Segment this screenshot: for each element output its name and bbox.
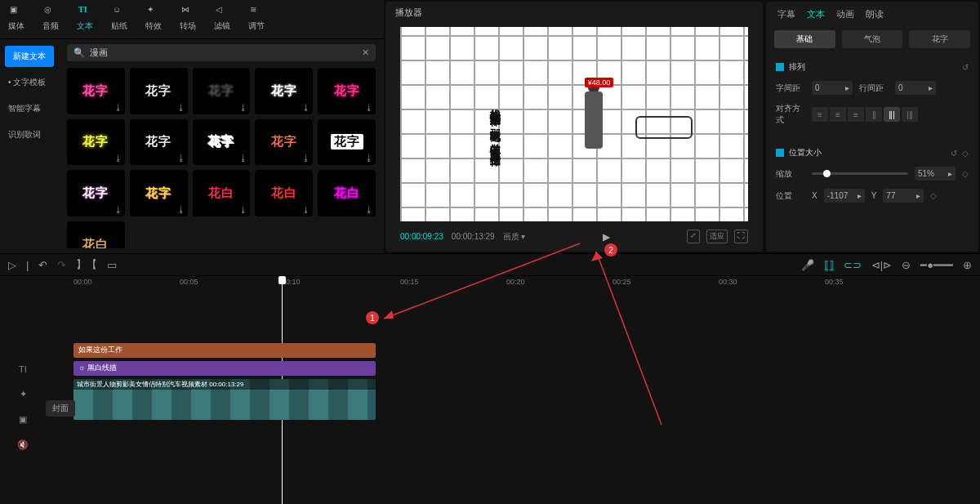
style-thumb[interactable]: 花字⭳ bbox=[130, 68, 188, 114]
compare-icon[interactable]: ⤢ bbox=[687, 230, 700, 243]
line-spacing-input[interactable]: 0▸ bbox=[895, 81, 936, 95]
keyframe-icon[interactable]: ◇ bbox=[962, 169, 969, 178]
align-v3[interactable]: |‖ bbox=[902, 107, 918, 122]
mic-icon[interactable]: 🎤 bbox=[801, 259, 814, 271]
tracks-area[interactable]: TI ✦ ▣ 🔇 如果这份工作 ☼ 黑白线描 城市街景人物剪影美女情侣特别汽车视… bbox=[0, 291, 980, 504]
style-thumb[interactable]: 花字⭳ bbox=[318, 68, 376, 114]
subtab-fancy[interactable]: 花字 bbox=[909, 30, 970, 48]
sidebar-item-templates[interactable]: • 文字模板 bbox=[5, 72, 54, 93]
char-spacing-input[interactable]: 0▸ bbox=[812, 81, 853, 95]
align-v1[interactable]: ‖ bbox=[866, 107, 882, 122]
style-thumb[interactable]: 花白⭳ bbox=[67, 221, 125, 248]
zoom-in-icon[interactable]: ⊕ bbox=[963, 259, 972, 271]
nav-transition[interactable]: ⋈转场 bbox=[180, 5, 196, 32]
magnet-icon[interactable]: ⊲|⊳ bbox=[871, 259, 892, 271]
clear-search-icon[interactable]: ✕ bbox=[362, 47, 369, 58]
keyframe-icon[interactable]: ◇ bbox=[962, 149, 969, 158]
download-icon[interactable]: ⭳ bbox=[239, 154, 247, 163]
download-icon[interactable]: ⭳ bbox=[302, 154, 310, 163]
delete-button[interactable]: ▭ bbox=[107, 259, 117, 271]
redo-button[interactable]: ↷ bbox=[57, 259, 66, 271]
nav-text[interactable]: TI文本 bbox=[77, 5, 93, 32]
download-icon[interactable]: ⭳ bbox=[365, 103, 373, 112]
video-clip[interactable]: 城市街景人物剪影美女情侣特别汽车视频素材 00:00:13:29 bbox=[74, 379, 376, 420]
download-icon[interactable]: ⭳ bbox=[177, 154, 185, 163]
nav-effects[interactable]: ✦特效 bbox=[145, 5, 162, 32]
style-thumb[interactable]: 花字⭳ bbox=[67, 170, 125, 216]
play-button[interactable]: ▶ bbox=[603, 231, 610, 243]
selection-tool[interactable]: ▷ bbox=[8, 259, 16, 271]
subtab-bubble[interactable]: 气泡 bbox=[842, 30, 903, 48]
nav-audio[interactable]: ◎音频 bbox=[42, 5, 59, 32]
align-right[interactable]: ≡ bbox=[848, 107, 864, 122]
search-input-wrap[interactable]: 🔍 ✕ bbox=[67, 44, 376, 61]
zoom-slider[interactable]: ━●━━━ bbox=[920, 259, 953, 271]
text-clip[interactable]: 如果这份工作 bbox=[74, 343, 376, 358]
keyframe-icon[interactable]: ◇ bbox=[930, 191, 937, 200]
style-thumb[interactable]: 花白⭳ bbox=[318, 170, 376, 216]
download-icon[interactable]: ⭳ bbox=[239, 103, 247, 112]
snap-icon[interactable]: ⟦⟧ bbox=[824, 259, 834, 271]
style-thumb[interactable]: 花字⭳ bbox=[318, 119, 376, 166]
style-thumb[interactable]: 花白⭳ bbox=[193, 170, 251, 216]
style-thumb[interactable]: 花字⭳ bbox=[130, 119, 188, 166]
cover-button[interactable]: 封面 bbox=[46, 400, 75, 417]
download-icon[interactable]: ⭳ bbox=[114, 154, 122, 163]
scale-input[interactable]: 51%▸ bbox=[915, 167, 956, 181]
split-button[interactable]: 】【 bbox=[76, 257, 97, 272]
quality-select[interactable]: 画质 ▾ bbox=[503, 231, 526, 243]
download-icon[interactable]: ⭳ bbox=[114, 103, 122, 112]
link-icon[interactable]: ⊂⊃ bbox=[844, 259, 862, 271]
fit-button[interactable]: 适应 bbox=[706, 230, 728, 243]
pos-x-input[interactable]: -1107▸ bbox=[824, 189, 865, 203]
align-v2[interactable]: ‖| bbox=[884, 107, 900, 122]
download-icon[interactable]: ⭳ bbox=[177, 205, 185, 214]
style-thumb[interactable]: 花白⭳ bbox=[255, 170, 313, 216]
track-lock-icon[interactable]: ▣ bbox=[19, 414, 27, 425]
time-ruler[interactable]: 00:00 00:05 00:10 00:15 00:20 00:25 00:3… bbox=[0, 276, 980, 291]
style-thumb[interactable]: 花字⭳ bbox=[255, 119, 313, 166]
fullscreen-icon[interactable]: ⛶ bbox=[734, 230, 748, 243]
pos-y-input[interactable]: 77▸ bbox=[883, 189, 924, 203]
track-text-icon[interactable]: TI bbox=[19, 364, 27, 374]
arrange-checkbox[interactable] bbox=[776, 63, 784, 71]
undo-button[interactable]: ↶ bbox=[38, 259, 47, 271]
search-input[interactable] bbox=[90, 48, 362, 58]
tab-read[interactable]: 朗读 bbox=[866, 8, 884, 20]
style-thumb[interactable]: 花字⭳ bbox=[193, 68, 251, 114]
nav-adjust[interactable]: ≋调节 bbox=[248, 5, 265, 32]
download-icon[interactable]: ⭳ bbox=[365, 154, 373, 163]
download-icon[interactable]: ⭳ bbox=[302, 205, 310, 214]
download-icon[interactable]: ⭳ bbox=[239, 205, 247, 214]
nav-filter[interactable]: ◁滤镜 bbox=[214, 5, 230, 32]
align-center[interactable]: ≡ bbox=[830, 107, 846, 122]
sidebar-item-smart-subs[interactable]: 智能字幕 bbox=[5, 98, 54, 119]
track-fx-icon[interactable]: ✦ bbox=[20, 389, 27, 399]
style-thumb[interactable]: 花字⭳ bbox=[130, 170, 188, 216]
align-left[interactable]: ≡ bbox=[812, 107, 828, 122]
nav-media[interactable]: ▣媒体 bbox=[8, 5, 24, 32]
download-icon[interactable]: ⭳ bbox=[302, 103, 310, 112]
tab-subtitle[interactable]: 字幕 bbox=[777, 8, 795, 20]
reset-icon[interactable]: ↺ bbox=[962, 63, 969, 72]
scale-slider[interactable] bbox=[812, 172, 908, 175]
effect-clip[interactable]: ☼ 黑白线描 bbox=[74, 361, 376, 376]
zoom-out-icon[interactable]: ⊖ bbox=[902, 259, 911, 271]
download-icon[interactable]: ⭳ bbox=[365, 205, 373, 214]
tab-animation[interactable]: 动画 bbox=[836, 8, 854, 20]
pos-checkbox[interactable] bbox=[776, 149, 784, 157]
download-icon[interactable]: ⭳ bbox=[177, 103, 185, 112]
new-text-button[interactable]: 新建文本 bbox=[5, 46, 54, 67]
nav-sticker[interactable]: ☺贴纸 bbox=[111, 5, 127, 32]
subtab-basic[interactable]: 基础 bbox=[774, 30, 835, 48]
tab-text[interactable]: 文本 bbox=[807, 8, 825, 20]
video-preview[interactable]: ¥48.00 找份能让你快乐的工作！那就离职吧！做的不快乐 如果这份工作 bbox=[400, 27, 748, 221]
style-thumb[interactable]: 花字⭳ bbox=[255, 68, 313, 114]
style-thumb[interactable]: 花字⭳ bbox=[67, 119, 125, 166]
sidebar-item-lyrics[interactable]: 识别歌词 bbox=[5, 124, 54, 145]
download-icon[interactable]: ⭳ bbox=[114, 205, 122, 214]
reset-icon[interactable]: ↺ bbox=[951, 149, 957, 158]
style-thumb[interactable]: 花字⭳ bbox=[193, 119, 251, 166]
track-mute-icon[interactable]: 🔇 bbox=[17, 439, 29, 450]
style-thumb[interactable]: 花字⭳ bbox=[67, 68, 125, 114]
